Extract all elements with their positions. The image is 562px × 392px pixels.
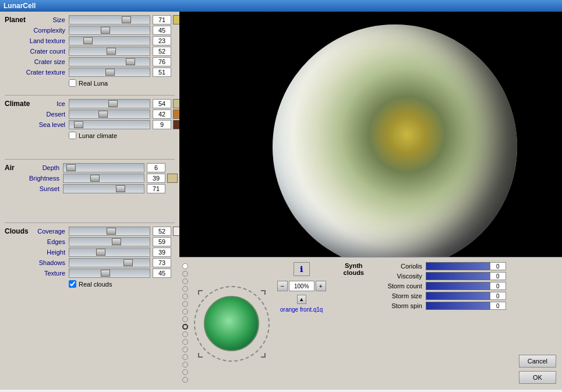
crater-count-slider[interactable] bbox=[69, 47, 150, 56]
crater-texture-label: Crater texture bbox=[5, 69, 69, 76]
desert-value[interactable] bbox=[153, 110, 171, 119]
air-section: Air Depth Brightness bbox=[5, 163, 175, 217]
ice-color-swatch[interactable] bbox=[173, 99, 179, 108]
edges-slider-thumb[interactable] bbox=[112, 238, 121, 245]
depth-slider[interactable] bbox=[63, 163, 144, 172]
storm-count-value[interactable] bbox=[490, 282, 506, 290]
ice-slider[interactable] bbox=[69, 99, 150, 108]
complexity-slider-thumb[interactable] bbox=[101, 27, 110, 34]
circle-15[interactable] bbox=[182, 369, 188, 375]
complexity-slider[interactable] bbox=[69, 26, 150, 35]
scroll-up-btn[interactable]: ▲ bbox=[297, 295, 306, 304]
circle-10[interactable] bbox=[182, 331, 188, 337]
circle-9-selected[interactable] bbox=[182, 324, 188, 330]
real-luna-checkbox[interactable] bbox=[69, 79, 76, 87]
circle-8[interactable] bbox=[182, 316, 188, 322]
circle-6[interactable] bbox=[182, 301, 188, 307]
coverage-slider-thumb[interactable] bbox=[107, 228, 116, 235]
desert-slider[interactable] bbox=[69, 110, 150, 119]
storm-spin-value[interactable] bbox=[490, 302, 506, 310]
sea-level-slider-thumb[interactable] bbox=[74, 121, 83, 128]
real-clouds-checkbox[interactable] bbox=[69, 280, 76, 288]
land-texture-value[interactable] bbox=[153, 36, 171, 45]
circle-14[interactable] bbox=[182, 362, 188, 368]
crater-count-slider-thumb[interactable] bbox=[107, 48, 116, 55]
circle-7[interactable] bbox=[182, 309, 188, 315]
crater-size-slider[interactable] bbox=[69, 57, 150, 66]
desert-color-swatch[interactable] bbox=[173, 110, 179, 119]
crater-texture-slider-thumb[interactable] bbox=[105, 69, 115, 76]
storm-spin-label: Storm spin bbox=[379, 302, 426, 309]
viscosity-value[interactable] bbox=[490, 272, 506, 280]
viscosity-slider[interactable] bbox=[426, 272, 490, 280]
sunset-slider-thumb[interactable] bbox=[116, 185, 125, 192]
land-texture-slider[interactable] bbox=[69, 36, 150, 45]
sunset-slider[interactable] bbox=[63, 184, 144, 193]
ok-button[interactable]: OK bbox=[519, 371, 556, 384]
coriolis-slider[interactable] bbox=[426, 262, 490, 270]
size-label: Size bbox=[34, 16, 69, 23]
brightness-value[interactable] bbox=[147, 174, 165, 183]
height-slider-thumb[interactable] bbox=[96, 249, 105, 256]
coriolis-value[interactable] bbox=[490, 262, 506, 270]
height-slider[interactable] bbox=[69, 248, 150, 257]
shadows-slider-thumb[interactable] bbox=[123, 259, 133, 266]
shadows-value[interactable] bbox=[153, 258, 171, 267]
sea-level-value[interactable] bbox=[153, 120, 171, 129]
crater-size-slider-thumb[interactable] bbox=[126, 58, 135, 65]
size-slider[interactable] bbox=[69, 15, 150, 24]
size-color-swatch[interactable] bbox=[173, 15, 179, 24]
synth-title-line1: Synth bbox=[345, 262, 363, 269]
edges-value[interactable] bbox=[153, 237, 171, 246]
ice-slider-thumb[interactable] bbox=[108, 100, 118, 107]
coverage-value[interactable] bbox=[153, 227, 171, 236]
ice-value[interactable] bbox=[153, 99, 171, 108]
zoom-minus-btn[interactable]: − bbox=[277, 281, 288, 291]
air-section-title: Air bbox=[5, 164, 22, 172]
edges-slider[interactable] bbox=[69, 237, 150, 246]
complexity-value[interactable] bbox=[153, 26, 171, 35]
crater-texture-slider[interactable] bbox=[69, 68, 150, 77]
size-slider-thumb[interactable] bbox=[122, 16, 131, 23]
circle-13[interactable] bbox=[182, 354, 188, 360]
sea-color-swatch[interactable] bbox=[173, 120, 179, 129]
texture-slider[interactable] bbox=[69, 269, 150, 278]
storm-size-slider[interactable] bbox=[426, 292, 490, 300]
thumbnail-container bbox=[191, 257, 273, 390]
circle-1[interactable] bbox=[182, 263, 188, 269]
sunset-value[interactable] bbox=[147, 184, 165, 193]
circle-16[interactable] bbox=[182, 377, 188, 383]
cancel-button[interactable]: Cancel bbox=[519, 355, 556, 368]
texture-slider-thumb[interactable] bbox=[101, 270, 110, 277]
coverage-slider[interactable] bbox=[69, 227, 150, 236]
info-btn[interactable]: ℹ bbox=[294, 262, 310, 276]
depth-value[interactable] bbox=[147, 163, 165, 172]
circle-5[interactable] bbox=[182, 294, 188, 299]
lunar-climate-checkbox[interactable] bbox=[69, 132, 76, 139]
sea-level-slider[interactable] bbox=[69, 120, 150, 129]
circle-12[interactable] bbox=[182, 347, 188, 352]
depth-slider-thumb[interactable] bbox=[66, 164, 76, 171]
storm-size-value[interactable] bbox=[490, 292, 506, 300]
height-value[interactable] bbox=[153, 248, 171, 257]
crater-size-value[interactable] bbox=[153, 57, 171, 66]
circle-2[interactable] bbox=[182, 271, 188, 277]
crater-count-value[interactable] bbox=[153, 47, 171, 56]
shadows-slider[interactable] bbox=[69, 258, 150, 267]
texture-value[interactable] bbox=[153, 269, 171, 278]
land-texture-slider-thumb[interactable] bbox=[83, 37, 93, 44]
circle-3[interactable] bbox=[182, 278, 188, 284]
circle-11[interactable] bbox=[182, 339, 188, 345]
storm-count-slider[interactable] bbox=[426, 282, 490, 290]
edges-label: Edges bbox=[5, 238, 69, 245]
storm-spin-slider[interactable] bbox=[426, 302, 490, 310]
coverage-color-swatch[interactable] bbox=[173, 227, 179, 236]
circle-4[interactable] bbox=[182, 286, 188, 292]
brightness-slider[interactable] bbox=[63, 174, 144, 183]
desert-slider-thumb[interactable] bbox=[98, 111, 108, 118]
size-value[interactable] bbox=[153, 15, 171, 24]
zoom-plus-btn[interactable]: + bbox=[316, 281, 326, 291]
brightness-slider-thumb[interactable] bbox=[90, 175, 100, 182]
brightness-color-swatch[interactable] bbox=[167, 174, 178, 183]
crater-texture-value[interactable] bbox=[153, 68, 171, 77]
